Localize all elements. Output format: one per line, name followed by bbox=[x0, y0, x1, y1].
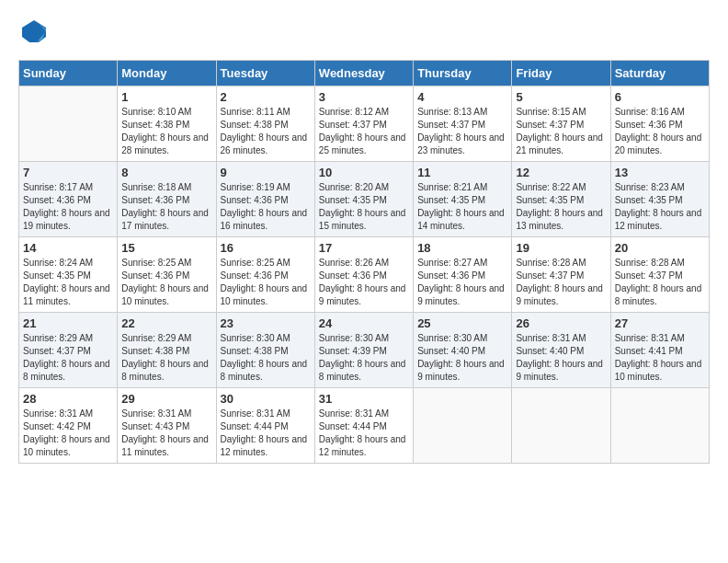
daylight-text: Daylight: 8 hours and 9 minutes. bbox=[417, 282, 507, 308]
daylight-text: Daylight: 8 hours and 10 minutes. bbox=[121, 282, 211, 308]
daylight-text: Daylight: 8 hours and 12 minutes. bbox=[221, 433, 311, 459]
day-info: Sunrise: 8:31 AM Sunset: 4:43 PM Dayligh… bbox=[121, 408, 211, 459]
day-number: 13 bbox=[615, 166, 705, 179]
day-number: 31 bbox=[319, 392, 409, 406]
calendar-cell: 6 Sunrise: 8:16 AM Sunset: 4:36 PM Dayli… bbox=[610, 86, 709, 162]
day-number: 30 bbox=[221, 392, 311, 406]
column-header-thursday: Thursday bbox=[414, 61, 512, 86]
calendar-cell bbox=[610, 388, 709, 464]
sunrise-text: Sunrise: 8:30 AM bbox=[417, 332, 507, 345]
daylight-text: Daylight: 8 hours and 25 minutes. bbox=[319, 132, 409, 157]
sunrise-text: Sunrise: 8:11 AM bbox=[221, 106, 311, 119]
daylight-text: Daylight: 8 hours and 14 minutes. bbox=[417, 207, 507, 233]
sunrise-text: Sunrise: 8:23 AM bbox=[615, 181, 705, 194]
sunrise-text: Sunrise: 8:27 AM bbox=[417, 257, 507, 270]
calendar-cell bbox=[19, 86, 118, 162]
day-number: 12 bbox=[516, 166, 606, 179]
day-info: Sunrise: 8:31 AM Sunset: 4:41 PM Dayligh… bbox=[615, 332, 705, 384]
sunset-text: Sunset: 4:37 PM bbox=[23, 345, 113, 358]
sunrise-text: Sunrise: 8:31 AM bbox=[121, 408, 211, 420]
day-number: 1 bbox=[121, 90, 211, 104]
day-info: Sunrise: 8:30 AM Sunset: 4:39 PM Dayligh… bbox=[319, 332, 409, 384]
sunrise-text: Sunrise: 8:31 AM bbox=[23, 408, 113, 420]
calendar-cell: 26 Sunrise: 8:31 AM Sunset: 4:40 PM Dayl… bbox=[512, 313, 610, 388]
daylight-text: Daylight: 8 hours and 11 minutes. bbox=[121, 433, 211, 459]
daylight-text: Daylight: 8 hours and 8 minutes. bbox=[221, 358, 311, 384]
day-number: 11 bbox=[417, 166, 507, 179]
calendar-week-row: 14 Sunrise: 8:24 AM Sunset: 4:35 PM Dayl… bbox=[19, 237, 710, 313]
calendar-header-row: SundayMondayTuesdayWednesdayThursdayFrid… bbox=[19, 61, 710, 86]
sunrise-text: Sunrise: 8:17 AM bbox=[23, 181, 113, 194]
sunset-text: Sunset: 4:35 PM bbox=[23, 270, 113, 282]
calendar-cell: 19 Sunrise: 8:28 AM Sunset: 4:37 PM Dayl… bbox=[512, 237, 610, 313]
sunrise-text: Sunrise: 8:29 AM bbox=[121, 332, 211, 345]
sunset-text: Sunset: 4:35 PM bbox=[417, 194, 507, 207]
daylight-text: Daylight: 8 hours and 9 minutes. bbox=[516, 282, 606, 308]
svg-marker-0 bbox=[22, 20, 46, 42]
calendar-cell: 22 Sunrise: 8:29 AM Sunset: 4:38 PM Dayl… bbox=[118, 313, 216, 388]
day-info: Sunrise: 8:25 AM Sunset: 4:36 PM Dayligh… bbox=[221, 257, 311, 308]
sunset-text: Sunset: 4:37 PM bbox=[417, 119, 507, 132]
daylight-text: Daylight: 8 hours and 9 minutes. bbox=[516, 358, 606, 384]
day-info: Sunrise: 8:15 AM Sunset: 4:37 PM Dayligh… bbox=[516, 106, 606, 157]
calendar-cell: 13 Sunrise: 8:23 AM Sunset: 4:35 PM Dayl… bbox=[610, 162, 709, 237]
day-number: 22 bbox=[121, 316, 211, 330]
day-number: 26 bbox=[516, 316, 606, 330]
sunset-text: Sunset: 4:35 PM bbox=[516, 194, 606, 207]
sunrise-text: Sunrise: 8:15 AM bbox=[516, 106, 606, 119]
calendar-cell: 18 Sunrise: 8:27 AM Sunset: 4:36 PM Dayl… bbox=[414, 237, 512, 313]
sunset-text: Sunset: 4:44 PM bbox=[319, 420, 409, 433]
calendar-cell: 28 Sunrise: 8:31 AM Sunset: 4:42 PM Dayl… bbox=[19, 388, 118, 464]
daylight-text: Daylight: 8 hours and 23 minutes. bbox=[417, 132, 507, 157]
calendar-week-row: 21 Sunrise: 8:29 AM Sunset: 4:37 PM Dayl… bbox=[19, 313, 710, 388]
day-number: 19 bbox=[516, 241, 606, 255]
calendar-cell bbox=[512, 388, 610, 464]
sunrise-text: Sunrise: 8:30 AM bbox=[319, 332, 409, 345]
daylight-text: Daylight: 8 hours and 16 minutes. bbox=[221, 207, 311, 233]
calendar-cell: 24 Sunrise: 8:30 AM Sunset: 4:39 PM Dayl… bbox=[314, 313, 413, 388]
day-info: Sunrise: 8:22 AM Sunset: 4:35 PM Dayligh… bbox=[516, 181, 606, 233]
sunset-text: Sunset: 4:40 PM bbox=[516, 345, 606, 358]
day-info: Sunrise: 8:28 AM Sunset: 4:37 PM Dayligh… bbox=[516, 257, 606, 308]
sunset-text: Sunset: 4:40 PM bbox=[417, 345, 507, 358]
calendar-cell: 8 Sunrise: 8:18 AM Sunset: 4:36 PM Dayli… bbox=[118, 162, 216, 237]
calendar-cell: 7 Sunrise: 8:17 AM Sunset: 4:36 PM Dayli… bbox=[19, 162, 118, 237]
column-header-saturday: Saturday bbox=[610, 61, 709, 86]
day-info: Sunrise: 8:11 AM Sunset: 4:38 PM Dayligh… bbox=[221, 106, 311, 157]
day-info: Sunrise: 8:12 AM Sunset: 4:37 PM Dayligh… bbox=[319, 106, 409, 157]
sunset-text: Sunset: 4:36 PM bbox=[121, 270, 211, 282]
day-info: Sunrise: 8:27 AM Sunset: 4:36 PM Dayligh… bbox=[417, 257, 507, 308]
calendar-cell: 21 Sunrise: 8:29 AM Sunset: 4:37 PM Dayl… bbox=[19, 313, 118, 388]
day-info: Sunrise: 8:30 AM Sunset: 4:40 PM Dayligh… bbox=[417, 332, 507, 384]
sunrise-text: Sunrise: 8:25 AM bbox=[221, 257, 311, 270]
day-info: Sunrise: 8:13 AM Sunset: 4:37 PM Dayligh… bbox=[417, 106, 507, 157]
daylight-text: Daylight: 8 hours and 9 minutes. bbox=[319, 282, 409, 308]
logo bbox=[18, 18, 48, 51]
sunrise-text: Sunrise: 8:29 AM bbox=[23, 332, 113, 345]
calendar-week-row: 1 Sunrise: 8:10 AM Sunset: 4:38 PM Dayli… bbox=[19, 86, 710, 162]
sunset-text: Sunset: 4:37 PM bbox=[319, 119, 409, 132]
sunrise-text: Sunrise: 8:12 AM bbox=[319, 106, 409, 119]
day-number: 9 bbox=[221, 166, 311, 179]
day-info: Sunrise: 8:10 AM Sunset: 4:38 PM Dayligh… bbox=[121, 106, 211, 157]
day-info: Sunrise: 8:17 AM Sunset: 4:36 PM Dayligh… bbox=[23, 181, 113, 233]
day-number: 2 bbox=[221, 90, 311, 104]
daylight-text: Daylight: 8 hours and 10 minutes. bbox=[615, 358, 705, 384]
daylight-text: Daylight: 8 hours and 8 minutes. bbox=[23, 358, 113, 384]
daylight-text: Daylight: 8 hours and 8 minutes. bbox=[615, 282, 705, 308]
day-info: Sunrise: 8:30 AM Sunset: 4:38 PM Dayligh… bbox=[221, 332, 311, 384]
day-info: Sunrise: 8:18 AM Sunset: 4:36 PM Dayligh… bbox=[121, 181, 211, 233]
calendar-cell: 25 Sunrise: 8:30 AM Sunset: 4:40 PM Dayl… bbox=[414, 313, 512, 388]
column-header-friday: Friday bbox=[512, 61, 610, 86]
day-number: 4 bbox=[417, 90, 507, 104]
sunrise-text: Sunrise: 8:13 AM bbox=[417, 106, 507, 119]
sunset-text: Sunset: 4:38 PM bbox=[121, 119, 211, 132]
calendar-cell: 5 Sunrise: 8:15 AM Sunset: 4:37 PM Dayli… bbox=[512, 86, 610, 162]
calendar-cell: 3 Sunrise: 8:12 AM Sunset: 4:37 PM Dayli… bbox=[314, 86, 413, 162]
sunrise-text: Sunrise: 8:20 AM bbox=[319, 181, 409, 194]
sunrise-text: Sunrise: 8:31 AM bbox=[319, 408, 409, 420]
calendar-cell bbox=[414, 388, 512, 464]
calendar-cell: 29 Sunrise: 8:31 AM Sunset: 4:43 PM Dayl… bbox=[118, 388, 216, 464]
sunset-text: Sunset: 4:36 PM bbox=[319, 270, 409, 282]
daylight-text: Daylight: 8 hours and 11 minutes. bbox=[23, 282, 113, 308]
